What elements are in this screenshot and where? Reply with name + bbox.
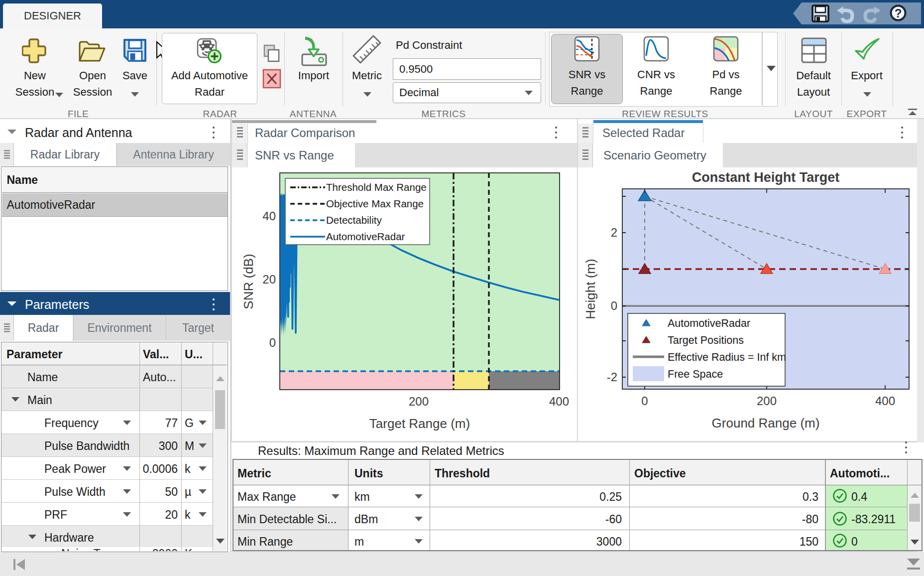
svg-text:20: 20 (262, 273, 276, 286)
svg-text:2: 2 (611, 226, 617, 239)
svg-text:?: ? (895, 6, 902, 20)
svg-text:200: 200 (409, 395, 429, 408)
svg-text:SNR (dB): SNR (dB) (241, 254, 256, 309)
svg-text:Constant Height Target: Constant Height Target (692, 170, 840, 185)
svg-text:AutomotiveRadar: AutomotiveRadar (668, 317, 750, 329)
svg-text:Threshold Max Range: Threshold Max Range (326, 181, 427, 193)
svg-text:400: 400 (875, 394, 895, 408)
svg-text:Ground Range (m): Ground Range (m) (712, 416, 820, 431)
svg-text:Target Range (m): Target Range (m) (369, 416, 470, 431)
svg-text:Free Space: Free Space (668, 368, 723, 380)
svg-text:40: 40 (262, 209, 276, 223)
svg-text:0: 0 (611, 299, 617, 312)
svg-text:Detectability: Detectability (326, 214, 382, 226)
svg-text:Target Positions: Target Positions (668, 334, 744, 346)
svg-text:0: 0 (269, 336, 276, 349)
svg-text:Height (m): Height (m) (583, 259, 598, 319)
svg-text:0: 0 (641, 394, 648, 408)
svg-text:400: 400 (549, 395, 569, 408)
svg-text:Objective Max Range: Objective Max Range (326, 198, 424, 209)
svg-text:Effective Radius = Inf km: Effective Radius = Inf km (668, 351, 786, 363)
svg-text:AutomotiveRadar: AutomotiveRadar (326, 231, 405, 242)
svg-text:200: 200 (757, 394, 777, 408)
svg-text:-2: -2 (607, 370, 617, 384)
